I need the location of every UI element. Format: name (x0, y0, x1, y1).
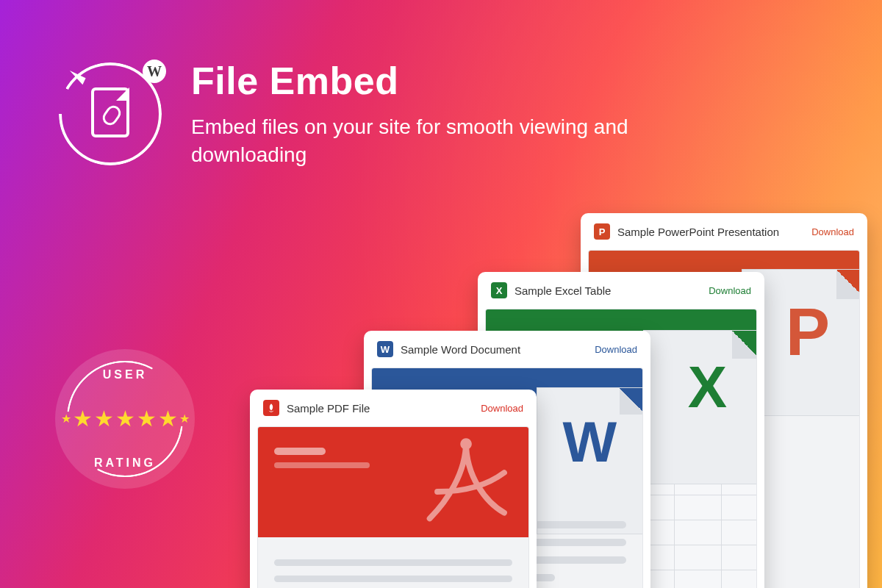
user-rating-badge: USER ★ ★ ★ ★ ★ ★ ★ RATING (55, 349, 195, 489)
pdf-icon (263, 400, 279, 416)
file-card-pdf: Sample PDF File Download (250, 390, 537, 588)
download-link[interactable]: Download (811, 226, 854, 237)
file-title: Sample Excel Table (514, 284, 701, 297)
file-preview (257, 426, 529, 588)
star-icon: ★ (73, 408, 93, 430)
download-link[interactable]: Download (595, 344, 637, 355)
star-icon: ★ (94, 408, 114, 430)
star-icon: ★ (115, 408, 135, 430)
file-title: Sample PDF File (287, 402, 473, 415)
file-title: Sample Word Document (401, 343, 587, 356)
excel-icon: X (491, 282, 507, 298)
rating-label-bottom: RATING (55, 456, 195, 470)
product-title: File Embed (191, 59, 632, 103)
adobe-pdf-icon (411, 434, 521, 530)
download-link[interactable]: Download (709, 285, 751, 296)
product-logo: W (59, 62, 162, 165)
star-icon: ★ (61, 413, 71, 425)
download-link[interactable]: Download (481, 403, 523, 414)
promo-banner: W File Embed Embed files on your site fo… (0, 0, 882, 588)
wordpress-badge-icon: W (143, 60, 166, 83)
file-title: Sample PowerPoint Presentation (617, 226, 804, 238)
star-icon: ★ (137, 408, 157, 430)
star-icon: ★ (179, 413, 190, 425)
star-icon: ★ (158, 408, 178, 430)
product-subtitle: Embed files on your site for smooth view… (191, 113, 632, 169)
word-icon: W (377, 341, 393, 357)
powerpoint-icon: P (594, 223, 610, 240)
